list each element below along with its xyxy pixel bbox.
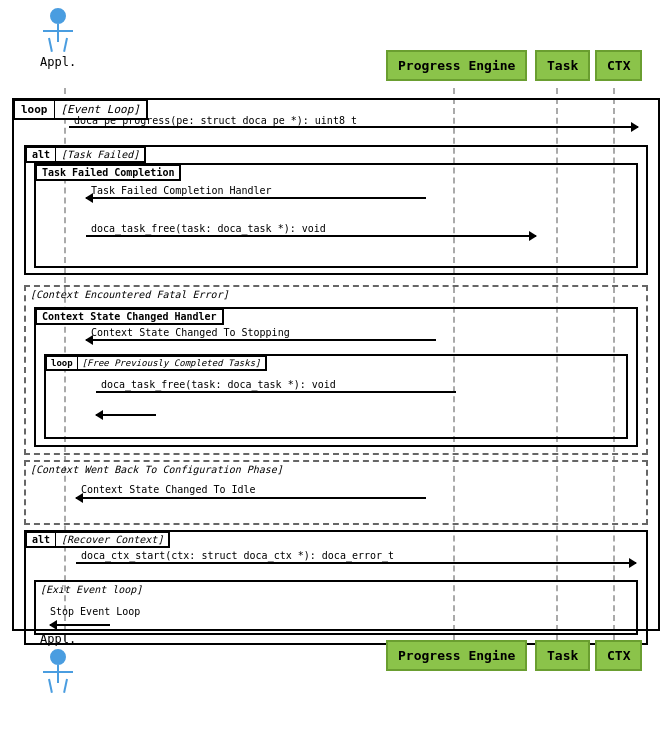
arrow-ctx-stopping [86, 339, 436, 341]
msg-ctx-start: doca_ctx_start(ctx: struct doca_ctx *): … [81, 550, 394, 561]
alt-label: alt [25, 146, 55, 163]
msg-task-failed-handler: Task Failed Completion Handler [91, 185, 272, 196]
stick-arms-top [43, 30, 73, 32]
loop-free-label: loop [45, 355, 77, 371]
task-bottom-label: Task [547, 648, 578, 663]
frame-context-encountered: [Context Encountered Fatal Error] Contex… [24, 285, 648, 455]
frame-task-failed-completion: Task Failed Completion Task Failed Compl… [34, 163, 638, 268]
progress-engine-top-label: Progress Engine [398, 58, 515, 73]
msg-task-free2: doca_task_free(task: doca_task *): void [101, 379, 336, 390]
frame-loop-free-tasks: loop [Free Previously Completed Tasks] d… [44, 354, 628, 439]
arrowhead-task-free2-return [95, 410, 103, 420]
actor-box-task-bottom: Task [535, 640, 590, 671]
context-state-label: Context State Changed Handler [35, 308, 224, 325]
arrow-task-free2 [96, 391, 456, 393]
actor-appl-bottom: Appl. [40, 632, 76, 693]
actor-box-progress-engine-bottom: Progress Engine [386, 640, 527, 671]
loop-free-condition: [Free Previously Completed Tasks] [77, 355, 267, 371]
stick-leg-left-bottom [48, 679, 53, 693]
arrow-pe-progress [69, 126, 638, 128]
arrowhead-task-free-right [529, 231, 537, 241]
diagram-container: Appl. Progress Engine Task CTX loop [Eve… [0, 0, 672, 729]
stick-legs-bottom [48, 679, 68, 693]
frame-loop-event-loop: loop [Event Loop] doca_pe_progress(pe: s… [12, 98, 660, 631]
actor-appl-bottom-label: Appl. [40, 632, 76, 646]
arrow-task-free [86, 235, 536, 237]
arrowhead-ctx-start [629, 558, 637, 568]
arrow-ctx-start [76, 562, 636, 564]
msg-stop-event-loop: Stop Event Loop [50, 606, 140, 617]
ctx-top-label: CTX [607, 58, 630, 73]
arrow-stop-return [50, 624, 110, 626]
task-top-label: Task [547, 58, 578, 73]
alt-recover-label: alt [25, 531, 55, 548]
msg-ctx-idle: Context State Changed To Idle [81, 484, 256, 495]
actor-box-ctx-top: CTX [595, 50, 642, 81]
stick-leg-right-top [63, 38, 68, 52]
context-went-back-label: [Context Went Back To Configuration Phas… [30, 464, 283, 475]
task-failed-completion-label: Task Failed Completion [35, 164, 181, 181]
alt-condition: [Task Failed] [55, 146, 146, 163]
ctx-bottom-label: CTX [607, 648, 630, 663]
msg-task-free: doca_task_free(task: doca_task *): void [91, 223, 326, 234]
frame-alt-recover: alt [Recover Context] doca_ctx_start(ctx… [24, 530, 648, 645]
frame-context-state-changed: Context State Changed Handler Context St… [34, 307, 638, 447]
actor-appl-top-label: Appl. [40, 55, 76, 69]
stick-legs-top [48, 38, 68, 52]
stick-head-bottom [50, 649, 66, 665]
arrow-task-free2-return [96, 414, 156, 416]
stick-figure-appl-bottom [43, 649, 73, 693]
frame-alt-task-failed: alt [Task Failed] Task Failed Completion… [24, 145, 648, 275]
arrow-task-failed-handler [86, 197, 426, 199]
arrowhead-pe-progress [631, 122, 639, 132]
alt-recover-condition: [Recover Context] [55, 531, 170, 548]
frame-exit-event-loop: [Exit Event loop] Stop Event Loop [34, 580, 638, 635]
actor-box-task-top: Task [535, 50, 590, 81]
stick-head-top [50, 8, 66, 24]
msg-pe-progress: doca_pe_progress(pe: struct doca_pe *): … [74, 115, 357, 126]
arrowhead-stop-return [49, 620, 57, 630]
loop-label: loop [13, 99, 54, 120]
context-encountered-label: [Context Encountered Fatal Error] [30, 289, 229, 300]
actor-appl-top: Appl. [40, 8, 76, 69]
arrow-ctx-idle [76, 497, 426, 499]
actor-box-progress-engine-top: Progress Engine [386, 50, 527, 81]
stick-leg-right-bottom [63, 679, 68, 693]
msg-ctx-stopping: Context State Changed To Stopping [91, 327, 290, 338]
stick-figure-appl-top [43, 8, 73, 52]
exit-event-loop-label: [Exit Event loop] [40, 584, 142, 595]
progress-engine-bottom-label: Progress Engine [398, 648, 515, 663]
frame-context-went-back: [Context Went Back To Configuration Phas… [24, 460, 648, 525]
actor-box-ctx-bottom: CTX [595, 640, 642, 671]
stick-leg-left-top [48, 38, 53, 52]
stick-arms-bottom [43, 671, 73, 673]
